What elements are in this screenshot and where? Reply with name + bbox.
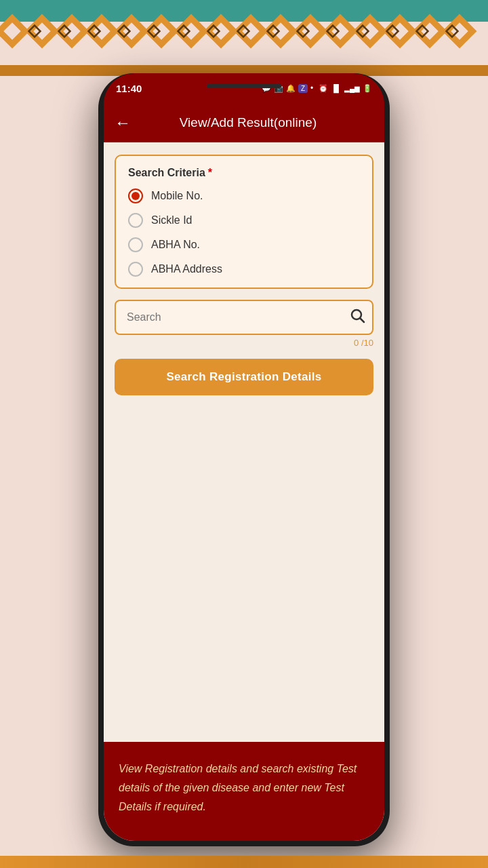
svg-line-70 bbox=[361, 319, 365, 323]
phone-notch bbox=[207, 84, 281, 88]
radio-abha-no-label: ABHA No. bbox=[151, 239, 200, 251]
main-content: Search Criteria * Mobile No. bbox=[104, 142, 384, 841]
search-input-wrapper bbox=[115, 300, 373, 335]
status-battery: 🔋 bbox=[363, 84, 372, 93]
radio-sickle-label: Sickle Id bbox=[151, 214, 192, 226]
content-spacer bbox=[104, 408, 384, 742]
radio-sickle[interactable]: Sickle Id bbox=[128, 213, 360, 228]
status-dot: • bbox=[310, 83, 313, 93]
status-alarm: ⏰ bbox=[319, 84, 328, 93]
status-wifi: ▐▌ bbox=[331, 84, 342, 92]
bottom-info-text: View Registration details and search exi… bbox=[119, 760, 369, 816]
radio-abha-addr[interactable]: ABHA Address bbox=[128, 262, 360, 277]
radio-abha-addr-label: ABHA Address bbox=[151, 263, 222, 275]
status-icon-3: 🔔 bbox=[286, 84, 296, 93]
status-time: 11:40 bbox=[116, 83, 142, 94]
required-indicator: * bbox=[208, 167, 212, 179]
bottom-decoration bbox=[0, 856, 488, 868]
top-decoration bbox=[0, 0, 488, 76]
criteria-title: Search Criteria * bbox=[128, 167, 360, 179]
back-button[interactable]: ← bbox=[115, 113, 131, 132]
radio-abha-no-circle bbox=[128, 237, 143, 252]
radio-mobile-dot bbox=[131, 192, 140, 200]
criteria-title-text: Search Criteria bbox=[128, 167, 205, 179]
radio-abha-addr-circle bbox=[128, 262, 143, 277]
phone-wrapper: 11:40 💬 📷 🔔 Z • ⏰ ▐▌ ▂▄▆ 🔋 ← bbox=[98, 73, 390, 846]
search-input[interactable] bbox=[115, 300, 373, 335]
search-icon bbox=[349, 307, 365, 323]
search-registration-button[interactable]: Search Registration Details bbox=[115, 359, 373, 395]
app-header: ← View/Add Result(online) bbox=[104, 103, 384, 142]
phone-shell: 11:40 💬 📷 🔔 Z • ⏰ ▐▌ ▂▄▆ 🔋 ← bbox=[98, 73, 390, 846]
radio-sickle-circle bbox=[128, 213, 143, 228]
status-badge-z: Z bbox=[298, 84, 308, 93]
search-criteria-card: Search Criteria * Mobile No. bbox=[115, 155, 373, 289]
radio-mobile-circle bbox=[128, 189, 143, 203]
status-bar: 11:40 💬 📷 🔔 Z • ⏰ ▐▌ ▂▄▆ 🔋 bbox=[104, 73, 384, 103]
page-title: View/Add Result(online) bbox=[139, 115, 373, 130]
search-icon-button[interactable] bbox=[349, 307, 365, 328]
bottom-info-section: View Registration details and search exi… bbox=[104, 742, 384, 841]
radio-abha-no[interactable]: ABHA No. bbox=[128, 237, 360, 252]
form-area: Search Criteria * Mobile No. bbox=[104, 142, 384, 408]
status-signal: ▂▄▆ bbox=[344, 85, 360, 92]
radio-mobile-label: Mobile No. bbox=[151, 190, 203, 202]
phone-screen: 11:40 💬 📷 🔔 Z • ⏰ ▐▌ ▂▄▆ 🔋 ← bbox=[104, 73, 384, 841]
char-count: 0 /10 bbox=[115, 338, 373, 348]
radio-mobile[interactable]: Mobile No. bbox=[128, 189, 360, 203]
